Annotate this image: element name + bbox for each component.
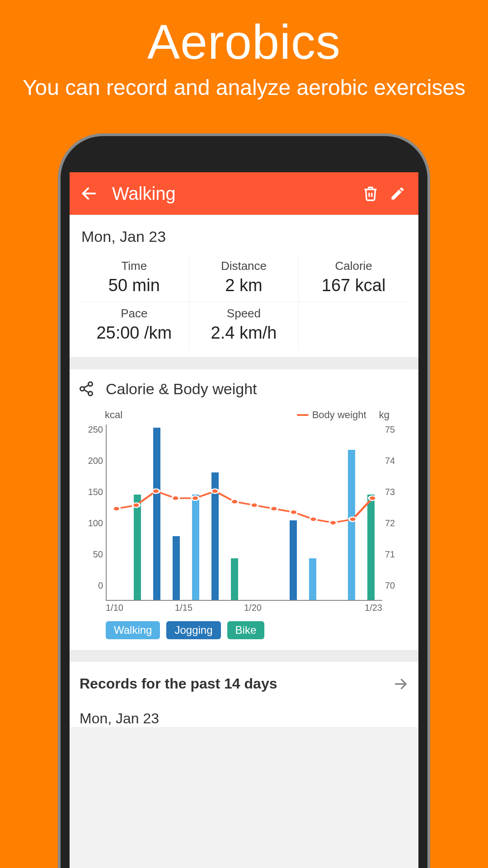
y-axis-left: 250200150100500 [80,425,106,601]
stat-pace: Pace 25:00 /km [80,302,189,349]
records-header[interactable]: Records for the past 14 days [70,662,418,702]
summary-date: Mon, Jan 23 [81,228,407,245]
promo-header: Aerobics You can record and analyze aero… [0,0,488,102]
stat-time: Time 50 min [80,255,189,302]
legend-dash-icon [297,414,309,416]
svg-point-2 [80,387,84,391]
legend-chips: Walking Jogging Bike [106,621,408,639]
bar-walking [192,495,199,600]
day-column [323,425,342,600]
stats-row-2: Pace 25:00 /km Speed 2.4 km/h [80,302,408,349]
bar-jogging [211,472,219,600]
share-icon [78,381,94,397]
stat-speed: Speed 2.4 km/h [189,302,299,349]
day-column [128,425,146,600]
line-legend-label: Body weight [312,409,366,421]
bars-container [107,425,382,600]
records-title: Records for the past 14 days [80,675,277,692]
day-column [303,425,322,600]
page-title: Walking [112,184,357,204]
stat-distance: Distance 2 km [189,255,299,302]
pencil-icon [389,185,406,202]
bar-jogging [173,536,180,600]
app-bar: Walking [70,172,418,215]
bar-walking [348,450,355,600]
share-button[interactable] [77,379,96,398]
stat-label: Distance [189,259,299,273]
records-sub-date: Mon, Jan 23 [70,702,418,727]
plot-area [106,425,382,601]
day-column [264,425,283,600]
stat-empty [299,302,408,349]
section-divider [70,358,418,369]
right-axis-unit: kg [379,409,389,421]
promo-title: Aerobics [18,14,470,70]
stat-label: Pace [80,307,189,321]
bar-walking [309,558,316,600]
app-screen: Walking Mon, Jan 23 Time 50 min Distance… [70,172,418,868]
y-axis-right: 757473727170 [382,425,408,601]
bar-bike [367,495,375,600]
day-column [362,425,380,600]
day-column [343,425,361,600]
edit-button[interactable] [384,185,411,202]
stat-value: 167 kcal [299,276,408,295]
stats-row-1: Time 50 min Distance 2 km Calorie 167 kc… [80,255,408,302]
day-column [225,425,244,600]
stat-label: Time [80,259,189,273]
day-column [187,425,205,600]
svg-point-3 [89,392,93,396]
chip-jogging[interactable]: Jogging [166,621,221,639]
phone-frame: Walking Mon, Jan 23 Time 50 min Distance… [58,133,430,868]
stat-value: 2.4 km/h [189,323,299,343]
stat-label: Speed [189,307,299,321]
delete-button[interactable] [357,185,384,202]
chart-section: Calorie & Body weight kcal Body weight k… [70,369,418,650]
chip-walking[interactable]: Walking [106,621,160,639]
line-legend: Body weight kg [297,409,389,421]
bar-bike [231,558,238,600]
bar-jogging [290,520,297,600]
section-divider [70,650,418,662]
promo-subtitle: You can record and analyze aerobic exerc… [18,74,470,102]
stat-value: 50 min [80,276,189,295]
day-column [245,425,263,600]
day-column [147,425,166,600]
trash-icon [362,185,379,202]
chip-bike[interactable]: Bike [227,621,265,639]
arrow-right-icon [393,676,408,692]
chart: kcal Body weight kg 250200150100500 7574 [77,409,411,639]
stat-value: 25:00 /km [80,323,189,343]
stat-value: 2 km [189,276,299,295]
x-axis-labels: 1/101/151/201/23 [106,603,382,613]
day-column [108,425,127,600]
chart-title: Calorie & Body weight [106,380,257,398]
svg-point-1 [89,382,93,386]
day-column [206,425,225,600]
back-button[interactable] [77,184,101,203]
arrow-left-icon [80,184,98,203]
bar-jogging [153,428,160,600]
stat-label: Calorie [299,259,408,273]
summary-card: Mon, Jan 23 Time 50 min Distance 2 km Ca… [70,215,418,358]
day-column [167,425,185,600]
left-axis-unit: kcal [105,409,122,421]
bar-bike [134,495,141,600]
day-column [284,425,302,600]
stat-calorie: Calorie 167 kcal [299,255,408,302]
svg-line-4 [84,390,89,392]
svg-line-5 [84,385,89,388]
